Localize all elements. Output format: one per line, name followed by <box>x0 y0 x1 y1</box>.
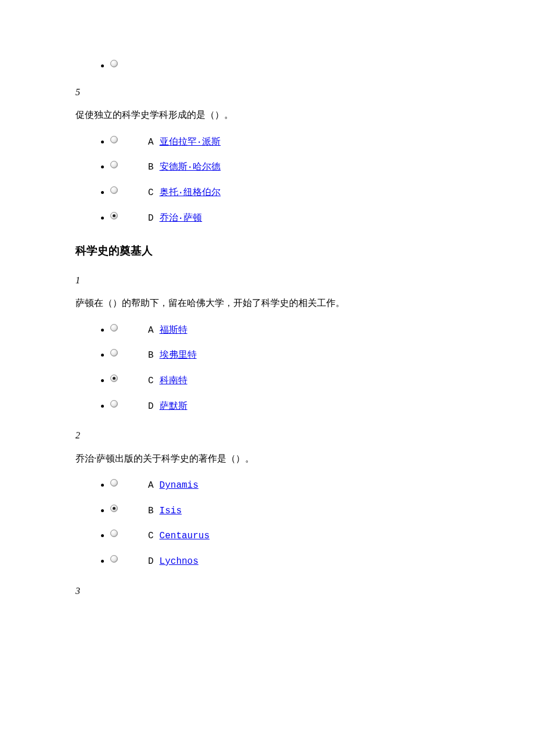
option-link[interactable]: 萨默斯 <box>160 401 187 412</box>
option-item: D Lychnos <box>110 553 459 570</box>
option-item: A 亚伯拉罕·派斯 <box>110 134 459 150</box>
option-item: B 安德斯·哈尔德 <box>110 159 459 175</box>
option-letter: D <box>148 556 154 567</box>
option-link[interactable]: Dynamis <box>160 480 199 491</box>
question-text: 乔治·萨顿出版的关于科学史的著作是（）。 <box>75 451 459 466</box>
radio-icon[interactable] <box>110 479 118 487</box>
option-link[interactable]: 乔治·萨顿 <box>160 213 203 224</box>
option-letter: A <box>148 325 154 336</box>
option-item: C 科南特 <box>110 373 459 389</box>
option-item: B 埃弗里特 <box>110 347 459 363</box>
option-letter: D <box>148 213 154 224</box>
section-heading: 科学史的奠基人 <box>75 242 459 260</box>
radio-icon[interactable] <box>110 161 118 168</box>
option-letter: B <box>148 162 154 172</box>
question-text: 促使独立的科学史学科形成的是（）。 <box>75 107 459 123</box>
radio-icon[interactable] <box>110 324 118 332</box>
option-item: A Dynamis <box>110 477 459 494</box>
option-link[interactable]: Isis <box>160 506 182 516</box>
radio-icon[interactable] <box>110 375 118 382</box>
option-item: D 萨默斯 <box>110 398 459 415</box>
option-letter: A <box>148 480 154 491</box>
question-number: 2 <box>75 428 459 443</box>
question-options: A 亚伯拉罕·派斯 B 安德斯·哈尔德 C 奥托·纽格伯尔 D 乔治·萨顿 <box>99 134 459 226</box>
option-link[interactable]: 亚伯拉罕·派斯 <box>160 137 221 147</box>
radio-icon[interactable] <box>110 212 118 219</box>
question-options: A 福斯特 B 埃弗里特 C 科南特 D 萨默斯 <box>99 322 459 414</box>
orphan-option-list <box>99 58 459 73</box>
radio-icon[interactable] <box>110 555 118 563</box>
radio-icon[interactable] <box>110 400 118 408</box>
option-link[interactable]: 福斯特 <box>160 325 187 336</box>
radio-icon[interactable] <box>110 505 118 512</box>
radio-icon[interactable] <box>110 136 118 143</box>
radio-icon[interactable] <box>110 530 118 537</box>
question-text: 萨顿在（）的帮助下，留在哈佛大学，开始了科学史的相关工作。 <box>75 296 459 311</box>
option-item: A 福斯特 <box>110 322 459 339</box>
radio-icon[interactable] <box>110 349 118 357</box>
option-item: C Centaurus <box>110 528 459 544</box>
option-letter: C <box>148 188 154 198</box>
question-number: 5 <box>75 85 459 100</box>
radio-icon[interactable] <box>110 60 118 67</box>
option-letter: C <box>148 531 154 541</box>
option-item: B Isis <box>110 503 459 519</box>
option-link[interactable]: Centaurus <box>160 531 210 541</box>
question-number: 1 <box>75 273 459 288</box>
option-link[interactable]: 埃弗里特 <box>160 350 197 361</box>
option-letter: B <box>148 350 154 361</box>
option-link[interactable]: 奥托·纽格伯尔 <box>160 188 221 198</box>
option-letter: D <box>148 401 154 412</box>
question-options: A Dynamis B Isis C Centaurus D Lychnos <box>99 477 459 569</box>
option-letter: B <box>148 506 154 516</box>
orphan-option-item <box>110 58 459 73</box>
option-item: D 乔治·萨顿 <box>110 210 459 226</box>
option-link[interactable]: 科南特 <box>160 376 187 386</box>
option-letter: C <box>148 376 154 386</box>
option-letter: A <box>148 137 154 147</box>
option-link[interactable]: Lychnos <box>160 556 199 567</box>
option-link[interactable]: 安德斯·哈尔德 <box>160 162 221 172</box>
radio-icon[interactable] <box>110 186 118 194</box>
question-number: 3 <box>75 584 459 599</box>
option-item: C 奥托·纽格伯尔 <box>110 185 459 201</box>
